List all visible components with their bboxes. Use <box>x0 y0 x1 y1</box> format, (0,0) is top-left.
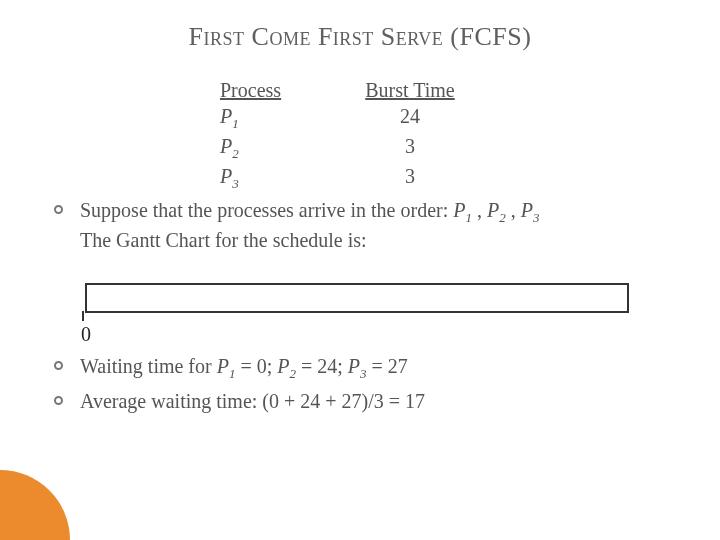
col-header-process: Process <box>220 79 281 101</box>
bullet-waiting: Waiting time for P1 = 0; P2 = 24; P3 = 2… <box>80 353 655 383</box>
gantt-tick <box>82 311 84 321</box>
proc-sub: 2 <box>232 146 239 161</box>
p: P <box>348 355 360 377</box>
slide-body: Process Burst Time P1 24 P2 3 P3 3 Suppo… <box>0 52 720 414</box>
process-table: Process Burst Time P1 24 P2 3 P3 3 <box>200 77 655 193</box>
proc-sub: 1 <box>232 116 239 131</box>
bullet-average: Average waiting time: (0 + 24 + 27)/3 = … <box>80 388 655 414</box>
table-row: P1 24 <box>200 103 655 133</box>
text: The Gantt Chart for the schedule is: <box>80 229 367 251</box>
eq: = 27 <box>367 355 408 377</box>
table-row: P2 3 <box>200 133 655 163</box>
p: P <box>217 355 229 377</box>
eq: = 24; <box>296 355 348 377</box>
proc-sub: 3 <box>232 176 239 191</box>
burst-val: 3 <box>350 163 470 193</box>
table-row: P3 3 <box>200 163 655 193</box>
p: P <box>487 199 499 221</box>
bullet-suppose: Suppose that the processes arrive in the… <box>80 197 655 313</box>
text: Waiting time for <box>80 355 217 377</box>
gantt-bar: 0 <box>85 283 629 313</box>
c: , <box>472 199 487 221</box>
gantt-chart: 0 <box>85 283 655 313</box>
burst-val: 24 <box>350 103 470 133</box>
text: Suppose that the processes arrive in the… <box>80 199 453 221</box>
c: , <box>506 199 521 221</box>
proc-name: P <box>220 165 232 187</box>
gantt-zero-label: 0 <box>81 321 91 347</box>
proc-name: P <box>220 135 232 157</box>
p: P <box>453 199 465 221</box>
p: P <box>277 355 289 377</box>
p: P <box>521 199 533 221</box>
eq: = 0; <box>235 355 277 377</box>
slide-title: First Come First Serve (FCFS) <box>0 0 720 52</box>
burst-val: 3 <box>350 133 470 163</box>
s: 3 <box>533 210 540 225</box>
proc-name: P <box>220 105 232 127</box>
decorative-circle <box>0 470 70 540</box>
col-header-burst: Burst Time <box>365 79 454 101</box>
